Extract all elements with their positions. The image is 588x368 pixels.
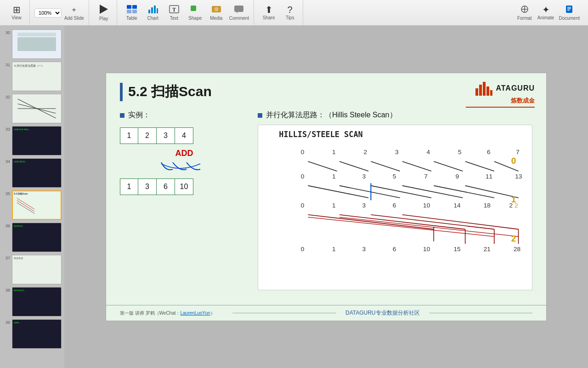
canvas-area: 5.2 扫描Scan ATAGURU 炼数成金 [64,26,588,368]
left-section-label: 实例： [128,110,150,120]
presentation-slide: 5.2 扫描Scan ATAGURU 炼数成金 [106,73,547,321]
slide-thumb-35[interactable]: 35 5.2 扫描Scan [3,190,62,220]
output-array: 1 3 6 10 [120,178,249,195]
media-label: Media [210,16,222,21]
right-section-label: 并行化算法思路：（Hillis Steele Scan） [266,110,397,120]
text-icon: T [169,5,179,15]
svg-text:15: 15 [453,246,461,253]
array-cell-3: 4 [175,127,193,144]
format-group: Format ✦ Animate Document [512,0,584,25]
view-icon: ⊞ [13,5,21,14]
svg-line-28 [17,202,34,213]
slide-thumb-31[interactable]: 31 5.并行化算法思路（一） [3,62,62,91]
svg-text:6: 6 [393,202,396,209]
logo-chart-icon [475,80,493,97]
slide-footer: 第一版 讲师 罗鹤（WeChat：LaurenLuoYun） DATAGURU专… [106,305,546,321]
svg-rect-33 [490,90,492,96]
text-button[interactable]: T Text [164,2,184,24]
svg-line-61 [402,186,463,198]
slide-thumb-39[interactable]: 39 code... [3,319,62,349]
slide-thumb-30[interactable]: 30 [3,29,62,59]
scan-diagram: HILLIS/STEELE SCAN 0 1 2 3 4 5 6 7 [258,125,532,290]
svg-line-62 [434,186,494,198]
right-content: 并行化算法思路：（Hillis Steele Scan） HILLIS/STEE… [258,110,532,294]
chart-button[interactable]: Chart [143,2,163,24]
zoom-group: 100% ＋ Add Slide [32,0,89,25]
svg-rect-6 [154,6,156,13]
comment-button[interactable]: Comment [227,2,251,24]
footer-link[interactable]: LaurenLuoYun [181,310,210,316]
shape-button[interactable]: Shape [185,2,205,24]
svg-line-60 [371,186,431,198]
svg-text:1: 1 [332,173,336,180]
view-button[interactable]: ⊞ View [6,2,27,24]
svg-rect-4 [148,10,150,13]
left-section-header: 实例： [120,110,249,120]
insert-group: Table Chart T Text [119,0,254,25]
title-accent [120,83,123,101]
text-label: Text [170,16,178,21]
svg-text:1: 1 [332,246,336,253]
svg-text:1: 1 [332,202,336,209]
svg-line-43 [308,161,337,171]
svg-rect-0 [127,5,131,9]
array-cell-1: 2 [138,127,157,144]
animate-icon: ✦ [542,5,550,14]
svg-text:6: 6 [393,246,396,253]
input-array: 1 2 3 4 [120,127,249,144]
left-content: 实例： 1 2 3 4 ADD [120,110,249,294]
svg-text:HILLIS/STEELE SCAN: HILLIS/STEELE SCAN [279,130,362,139]
slide-thumb-37[interactable]: 37 本次作业 [3,255,62,284]
table-icon [127,5,137,15]
svg-text:0: 0 [511,156,516,166]
slide-thumb-36[interactable]: 36 terminal... [3,223,62,252]
play-icon [100,5,108,15]
output-cell-0: 1 [120,178,138,195]
svg-text:T: T [172,6,176,13]
svg-line-77 [402,215,519,230]
array-cell-0: 1 [120,127,138,144]
zoom-select[interactable]: 100% [34,8,62,17]
document-icon [565,5,573,15]
svg-text:0: 0 [301,149,305,155]
chart-icon [148,5,158,15]
svg-text:1: 1 [332,149,336,155]
svg-text:6: 6 [487,149,491,155]
footer-divider-right [429,313,532,313]
logo-brand: 炼数成金 [511,97,535,105]
svg-text:1: 1 [511,195,516,204]
svg-line-27 [17,201,34,212]
slide-thumb-34[interactable]: 34 code block... [3,158,62,188]
svg-rect-32 [486,86,489,96]
slide-title: 5.2 扫描Scan [128,82,212,101]
svg-rect-3 [132,10,137,13]
table-button[interactable]: Table [122,2,142,24]
svg-text:3: 3 [362,246,366,253]
slide-thumb-38[interactable]: 38 terminal 2... [3,287,62,316]
add-arrows [120,160,249,177]
svg-text:9: 9 [456,173,459,180]
svg-text:2: 2 [364,149,368,155]
svg-text:3: 3 [362,173,366,180]
svg-line-26 [17,198,34,209]
document-button[interactable]: Document [557,2,582,24]
media-icon [211,5,221,15]
play-button[interactable]: Play [94,2,114,24]
svg-line-45 [371,161,400,171]
svg-text:7: 7 [424,173,428,180]
logo-text: ATAGURU [496,84,535,92]
tips-button[interactable]: ? Tips [280,2,300,24]
svg-line-46 [402,161,431,171]
slide-thumb-33[interactable]: 33 code text here... [3,126,62,155]
slide-thumb-32[interactable]: 32 [3,94,62,123]
animate-button[interactable]: ✦ Animate [536,2,556,24]
format-button[interactable]: Format [514,2,535,24]
svg-rect-2 [127,10,131,13]
footer-brand: DATAGURU专业数据分析社区 [345,309,420,317]
svg-rect-5 [151,7,153,13]
svg-rect-29 [475,88,478,96]
add-slide-button[interactable]: ＋ Add Slide [62,2,86,24]
media-button[interactable]: Media [206,2,226,24]
share-button[interactable]: ⬆ Share [259,2,279,24]
svg-text:3: 3 [395,149,399,155]
